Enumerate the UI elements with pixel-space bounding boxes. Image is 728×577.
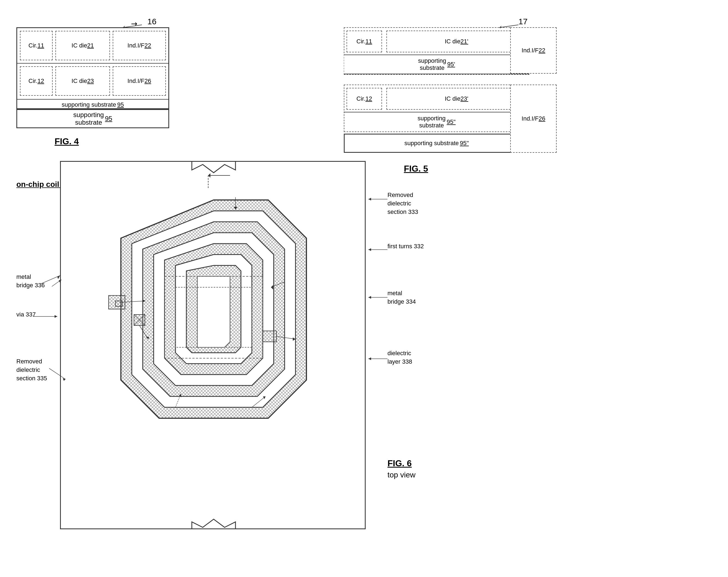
fig4-cir12: Cir. 12 xyxy=(20,66,53,96)
fig6-connector-ft332 xyxy=(366,245,393,254)
fig6-title: FIG. 6 xyxy=(387,458,412,468)
fig6-outer-box xyxy=(60,161,366,529)
fig4-indif26: Ind.I/F26 xyxy=(113,66,166,96)
fig5-outer-dashed: Cir. 11 IC die 21' supportingsubstrate 9… xyxy=(344,27,529,75)
fig6-connector-rds335 xyxy=(49,368,82,385)
svg-marker-51 xyxy=(368,248,371,251)
fig5-substrate95pp: supportingsubstrate 95'' xyxy=(344,112,529,131)
fig4-diagram: Cir. 11 IC die 21 Ind.I/F22 Cir. 12 IC d… xyxy=(16,27,169,109)
fig4-title: FIG. 4 xyxy=(55,136,79,147)
fig6-subtitle: top view xyxy=(387,471,416,479)
fig5-row1: Cir. 11 IC die 21' xyxy=(344,28,529,55)
page: 16 ↙ Cir. 11 IC die 21 Ind.I/F22 Cir. 12 xyxy=(0,0,728,577)
svg-marker-55 xyxy=(368,358,371,360)
fig4-substrate-inline: supporting substrate 95 xyxy=(17,100,168,110)
fig4-icdie23: IC die 23 xyxy=(55,66,110,96)
fig6-coil-svg xyxy=(61,162,366,529)
svg-marker-49 xyxy=(368,198,371,201)
fig4-substrate: supportingsubstrate 95 xyxy=(16,109,169,128)
fig5-icdie23p: IC die 23' xyxy=(386,88,527,110)
svg-marker-53 xyxy=(368,296,371,299)
fig6-connector-mb334 xyxy=(366,293,393,301)
fig4-row2: Cir. 12 IC die 23 Ind.I/F26 xyxy=(17,63,168,99)
fig6-label-rds335: Removeddielectricsection 335 xyxy=(16,358,47,383)
fig5-outer-dashed2: Cir. 12 IC die 23' supportingsubstrate 9… xyxy=(344,84,529,132)
fig6-connector-336 xyxy=(41,270,66,286)
fig5-row2: Cir. 12 IC die 23' xyxy=(344,85,529,112)
svg-marker-6 xyxy=(208,173,210,178)
svg-line-42 xyxy=(41,276,60,284)
fig4-icdie21: IC die 21 xyxy=(55,31,110,60)
fig6-connector-rds333 xyxy=(366,194,393,205)
fig4-cir11: Cir. 11 xyxy=(20,31,53,60)
fig5-substrate95pp-box: supporting substrate 95'' xyxy=(344,134,529,153)
fig6-connector-dl338 xyxy=(366,353,393,364)
svg-rect-21 xyxy=(115,301,122,306)
fig5-cir11: Cir. 11 xyxy=(346,31,382,52)
svg-line-46 xyxy=(49,368,66,379)
fig5-substrate95p: supportingsubstrate 95' xyxy=(344,55,529,74)
fig4-row1: Cir. 11 IC die 21 Ind.I/F22 xyxy=(17,28,168,63)
svg-marker-45 xyxy=(55,315,57,318)
fig5-title: FIG. 5 xyxy=(404,164,428,174)
fig5-indif22: Ind.I/F22 xyxy=(510,27,557,74)
fig5-cir12: Cir. 12 xyxy=(346,88,382,110)
fig5-indif26: Ind.I/F26 xyxy=(510,84,557,153)
svg-rect-35 xyxy=(263,331,277,342)
fig4-indif22: Ind.I/F22 xyxy=(113,31,166,60)
fig5-icdie21p: IC die 21' xyxy=(386,31,527,52)
fig6-connector-via xyxy=(33,312,66,323)
